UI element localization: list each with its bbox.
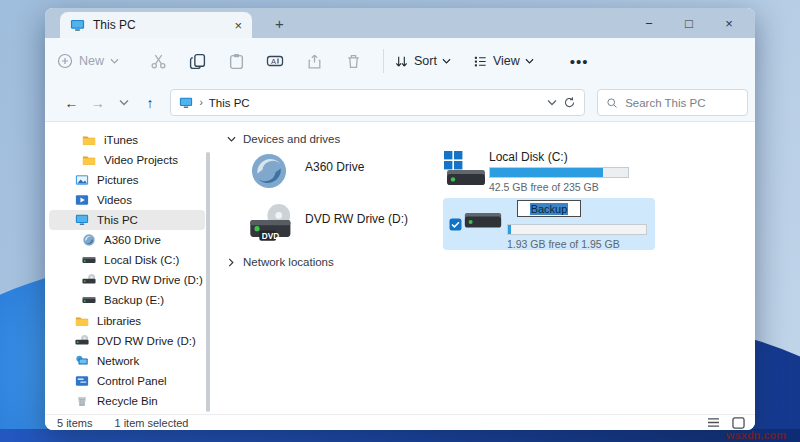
files-pane: Devices and drives A360 Drive DVD DVD bbox=[215, 122, 755, 414]
more-options-button[interactable]: ••• bbox=[570, 53, 589, 70]
sidebar-item-label: DVD RW Drive (D:) bbox=[104, 274, 203, 286]
sidebar-item-control-panel[interactable]: Control Panel bbox=[49, 371, 205, 391]
paste-button[interactable] bbox=[221, 46, 251, 76]
tab-title: This PC bbox=[93, 18, 226, 32]
sidebar-item-a360-drive[interactable]: A360 Drive bbox=[49, 230, 205, 250]
hard-drive-icon bbox=[82, 253, 96, 267]
rename-input[interactable]: Backup bbox=[517, 200, 581, 217]
svg-text:DVD: DVD bbox=[262, 232, 279, 241]
drive-tile-a360[interactable]: A360 Drive bbox=[247, 150, 437, 200]
selected-checkbox[interactable] bbox=[449, 218, 462, 231]
collapse-chevron-icon[interactable] bbox=[227, 135, 236, 144]
dvd-drive-icon: DVD bbox=[247, 202, 295, 246]
new-tab-button[interactable]: + bbox=[267, 8, 292, 38]
free-space-text: 1.93 GB free of 1.95 GB bbox=[507, 238, 647, 250]
chevron-down-icon bbox=[442, 57, 451, 66]
sidebar-item-libraries[interactable]: Libraries bbox=[49, 311, 205, 331]
sidebar-item-dvd-drive-d-2[interactable]: DVD RW Drive (D:) bbox=[49, 331, 205, 351]
pictures-icon bbox=[75, 173, 89, 187]
large-icons-view-icon[interactable] bbox=[732, 417, 745, 429]
view-button[interactable]: View bbox=[473, 54, 534, 69]
share-button[interactable] bbox=[299, 46, 329, 76]
forward-button[interactable]: → bbox=[86, 90, 109, 116]
sidebar-item-label: Network bbox=[97, 355, 139, 367]
drive-name: DVD RW Drive (D:) bbox=[305, 212, 408, 252]
details-view-icon[interactable] bbox=[707, 417, 720, 428]
drive-name: Local Disk (C:) bbox=[489, 150, 631, 164]
sort-icon bbox=[394, 54, 409, 69]
drive-name: A360 Drive bbox=[305, 160, 364, 200]
tab-close-icon[interactable]: × bbox=[234, 19, 242, 32]
svg-text:A: A bbox=[271, 57, 276, 66]
sidebar-item-label: Backup (E:) bbox=[104, 294, 164, 306]
sidebar-item-label: Recycle Bin bbox=[97, 395, 158, 407]
sidebar-item-label: Video Projects bbox=[104, 154, 178, 166]
tab-strip: This PC × + − □ × bbox=[45, 8, 755, 38]
address-dropdown-icon[interactable] bbox=[547, 98, 557, 108]
drive-tile-backup[interactable]: Backup 1.93 GB free of 1.95 GB bbox=[443, 198, 655, 250]
sidebar-item-local-disk-c[interactable]: Local Disk (C:) bbox=[49, 250, 205, 270]
new-button-label: New bbox=[79, 54, 104, 68]
folder-icon bbox=[82, 133, 96, 147]
sidebar-item-videos[interactable]: Videos bbox=[49, 190, 205, 210]
drive-tile-local-disk[interactable]: Local Disk (C:) 42.5 GB free of 235 GB bbox=[443, 150, 655, 202]
command-bar: New A bbox=[45, 38, 755, 84]
breadcrumb-separator: › bbox=[199, 97, 202, 108]
sort-button[interactable]: Sort bbox=[394, 54, 451, 69]
search-placeholder: Search This PC bbox=[625, 97, 705, 109]
section-label: Network locations bbox=[243, 256, 334, 268]
sidebar-item-network[interactable]: Network bbox=[49, 351, 205, 371]
sidebar-item-itunes[interactable]: iTunes bbox=[49, 130, 205, 150]
drive-tile-dvd[interactable]: DVD DVD RW Drive (D:) bbox=[247, 202, 437, 252]
a360-drive-icon bbox=[82, 233, 96, 247]
new-button[interactable]: New bbox=[57, 53, 119, 69]
this-pc-icon bbox=[70, 18, 85, 33]
plus-circle-icon bbox=[57, 53, 73, 69]
cut-button[interactable] bbox=[143, 46, 173, 76]
hard-drive-icon bbox=[463, 212, 503, 232]
disk-usage-bar bbox=[489, 167, 629, 178]
chevron-down-icon bbox=[525, 57, 534, 66]
minimize-button[interactable]: − bbox=[629, 8, 669, 38]
sidebar-item-label: A360 Drive bbox=[104, 234, 161, 246]
up-button[interactable]: ↑ bbox=[138, 90, 161, 116]
sidebar-item-recycle-bin[interactable]: Recycle Bin bbox=[49, 391, 205, 411]
file-explorer-window: This PC × + − □ × New bbox=[45, 8, 755, 430]
sidebar-item-backup-e[interactable]: Backup (E:) bbox=[49, 290, 205, 310]
address-box[interactable]: › This PC bbox=[170, 89, 585, 116]
search-icon bbox=[606, 97, 618, 109]
copy-button[interactable] bbox=[182, 46, 212, 76]
watermark: wsxdn.com bbox=[726, 429, 786, 441]
this-pc-icon bbox=[179, 96, 193, 110]
expand-chevron-icon[interactable] bbox=[227, 258, 236, 267]
maximize-button[interactable]: □ bbox=[669, 8, 709, 38]
sidebar-item-label: Local Disk (C:) bbox=[104, 254, 179, 266]
search-box[interactable]: Search This PC bbox=[597, 89, 748, 116]
sidebar-item-pictures[interactable]: Pictures bbox=[49, 170, 205, 190]
section-network-locations[interactable]: Network locations bbox=[227, 256, 334, 268]
sidebar-item-label: Pictures bbox=[97, 174, 139, 186]
toolbar-divider bbox=[383, 49, 384, 73]
a360-drive-icon bbox=[247, 150, 291, 192]
sidebar-item-dvd-drive-d[interactable]: DVD RW Drive (D:) bbox=[49, 270, 205, 290]
content-area: iTunes Video Projects Pictures Videos Th… bbox=[45, 122, 755, 414]
close-button[interactable]: × bbox=[709, 8, 749, 38]
rename-input-value: Backup bbox=[530, 203, 569, 215]
back-button[interactable]: ← bbox=[60, 90, 83, 116]
sidebar-item-this-pc[interactable]: This PC bbox=[49, 210, 205, 230]
breadcrumb[interactable]: This PC bbox=[209, 97, 541, 109]
delete-button[interactable] bbox=[338, 46, 368, 76]
item-count: 5 items bbox=[57, 417, 92, 429]
sidebar-scrollbar[interactable] bbox=[206, 152, 210, 412]
chevron-down-icon bbox=[110, 57, 119, 66]
free-space-text: 42.5 GB free of 235 GB bbox=[489, 181, 631, 193]
refresh-icon[interactable] bbox=[563, 96, 576, 109]
sidebar-item-video-projects[interactable]: Video Projects bbox=[49, 150, 205, 170]
rename-button[interactable]: A bbox=[260, 46, 290, 76]
share-icon bbox=[306, 53, 323, 70]
section-devices-and-drives[interactable]: Devices and drives bbox=[227, 133, 340, 145]
tab-this-pc[interactable]: This PC × bbox=[60, 12, 252, 38]
history-dropdown-button[interactable] bbox=[112, 90, 135, 116]
section-label: Devices and drives bbox=[243, 133, 340, 145]
selection-count: 1 item selected bbox=[114, 417, 188, 429]
